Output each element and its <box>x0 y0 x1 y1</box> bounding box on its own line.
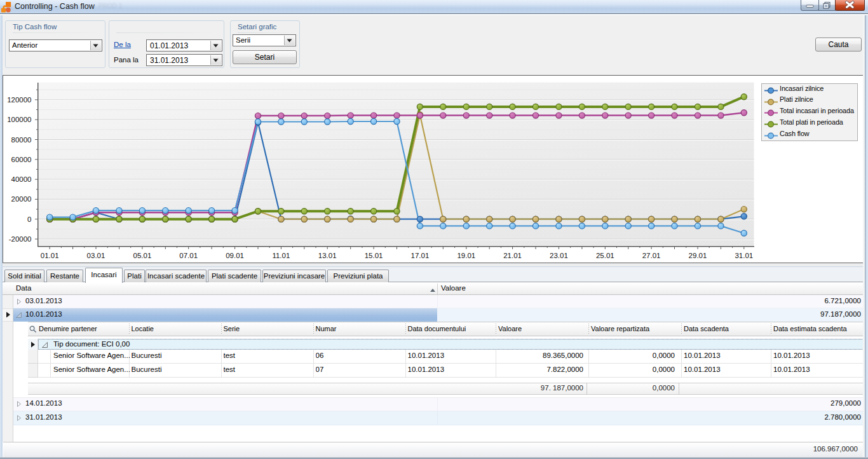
svg-text:05.01: 05.01 <box>133 252 152 259</box>
svg-text:11.01: 11.01 <box>272 252 290 259</box>
svg-text:31.01: 31.01 <box>735 252 753 259</box>
svg-text:19.01: 19.01 <box>457 252 475 259</box>
svg-text:60000: 60000 <box>11 156 32 163</box>
svg-text:27.01: 27.01 <box>642 252 661 259</box>
svg-text:03.01: 03.01 <box>87 252 105 259</box>
svg-text:13.01: 13.01 <box>318 252 337 259</box>
svg-text:21.01: 21.01 <box>503 252 522 259</box>
svg-text:17.01: 17.01 <box>411 252 430 259</box>
svg-text:0: 0 <box>27 216 31 223</box>
svg-text:23.01: 23.01 <box>550 252 568 259</box>
svg-text:20000: 20000 <box>11 195 32 203</box>
svg-text:09.01: 09.01 <box>226 252 244 259</box>
svg-text:15.01: 15.01 <box>365 252 383 259</box>
svg-text:100000: 100000 <box>7 116 31 123</box>
svg-text:120000: 120000 <box>7 96 31 104</box>
svg-text:01.01: 01.01 <box>41 252 59 259</box>
svg-text:25.01: 25.01 <box>596 252 614 259</box>
svg-text:40000: 40000 <box>11 175 32 183</box>
svg-text:07.01: 07.01 <box>179 252 198 259</box>
svg-text:80000: 80000 <box>11 136 32 144</box>
svg-text:-20000: -20000 <box>9 235 32 243</box>
svg-text:29.01: 29.01 <box>689 252 707 259</box>
